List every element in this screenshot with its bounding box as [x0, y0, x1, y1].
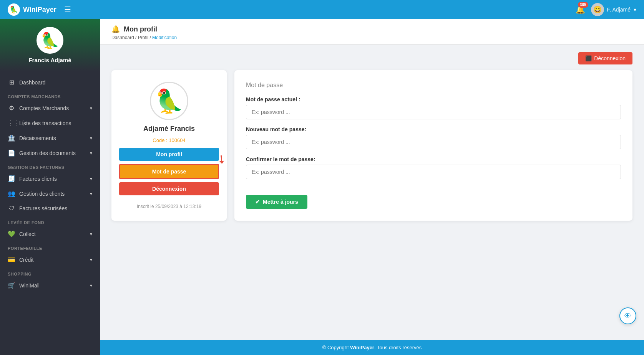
chatbot-icon: 👁 — [624, 312, 632, 320]
sidebar-item-credit[interactable]: 💳 Crédit ▾ — [0, 252, 100, 267]
sidebar-label-clients: Gestion des clients — [19, 191, 65, 197]
sidebar-item-comptes-marchands[interactable]: ⚙ Comptes Marchands ▾ — [0, 101, 100, 116]
confirm-password-group: Confirmer le mot de passe: — [246, 156, 621, 179]
sidebar-item-collect[interactable]: 💚 Collect ▾ — [0, 226, 100, 241]
profile-card-avatar: 🦜 — [150, 82, 188, 120]
notifications-badge: 305 — [578, 2, 588, 8]
collect-icon: 💚 — [8, 230, 15, 238]
arrow-icon: ▾ — [90, 106, 92, 111]
sidebar-item-factures-clients[interactable]: 🧾 Factures clients ▾ — [0, 171, 100, 186]
arrow-icon-4: ▾ — [90, 176, 92, 182]
section-factures: GESTION DES FACTURES — [0, 160, 100, 171]
sidebar-label-factures-sec: Factures sécurisées — [19, 205, 67, 211]
breadcrumb-dashboard[interactable]: Dashboard — [111, 35, 134, 40]
footer-brand: WiniPayer — [350, 345, 374, 350]
footer: © Copyright WiniPayer. Tous droits réser… — [100, 340, 644, 355]
sidebar-item-factures-securisees[interactable]: 🛡 Factures sécurisées — [0, 201, 100, 216]
breadcrumb-sep1: / — [135, 35, 138, 40]
sidebar: 🦜 Francis Adjamé ⊞ Dashboard COMPTES MAR… — [0, 19, 100, 355]
documents-icon: 📄 — [8, 149, 15, 157]
transactions-icon: ⋮⋮⋮ — [8, 119, 15, 127]
sidebar-label-factures: Factures clients — [19, 176, 57, 182]
logout-card-btn[interactable]: Déconnexion — [119, 182, 219, 195]
form-divider — [246, 187, 621, 187]
brand: 🦜 WiniPayer — [8, 3, 56, 16]
arrow-icon-2: ▾ — [90, 135, 92, 141]
breadcrumb-profil[interactable]: Profil — [138, 35, 148, 40]
hamburger-menu[interactable]: ☰ — [64, 5, 71, 14]
user-name: F. Adjamé — [607, 7, 631, 13]
top-navbar: 🦜 WiniPayer ☰ 🔔 305 😄 F. Adjamé ▾ — [0, 0, 644, 19]
main-content: 🔔 Mon profil Dashboard / Profil / Modifi… — [100, 19, 644, 355]
winimall-icon: 🛒 — [8, 282, 15, 289]
decaissements-icon: 🏦 — [8, 134, 15, 142]
current-password-input[interactable] — [246, 105, 621, 119]
sidebar-label-credit: Crédit — [19, 257, 33, 263]
new-password-group: Nouveau mot de passe: — [246, 126, 621, 149]
page-title-text: Mon profil — [124, 25, 157, 33]
bell-icon: 🔔 — [111, 25, 120, 33]
brand-name: WiniPayer — [23, 6, 56, 14]
footer-text: © Copyright — [322, 345, 350, 350]
sidebar-label-collect: Collect — [19, 231, 36, 237]
sidebar-label-documents: Gestion des documents — [19, 150, 76, 156]
sidebar-avatar: 🦜 — [37, 27, 63, 54]
brand-logo: 🦜 — [8, 3, 20, 16]
sidebar-label-decaissements: Décaissements — [19, 135, 56, 141]
deconnexion-top: ⬛ Déconnexion — [111, 52, 632, 64]
sidebar-item-documents[interactable]: 📄 Gestion des documents ▾ — [0, 145, 100, 160]
page-header: 🔔 Mon profil Dashboard / Profil / Modifi… — [100, 19, 644, 45]
clients-icon: 👥 — [8, 190, 15, 197]
section-shopping: SHOPPING — [0, 267, 100, 278]
arrow-icon-7: ▾ — [90, 257, 92, 263]
update-label: Mettre à jours — [263, 199, 298, 205]
sidebar-username: Francis Adjamé — [28, 57, 71, 63]
profile-btn[interactable]: Mon profil — [119, 148, 219, 161]
page-title: 🔔 Mon profil — [111, 25, 632, 33]
user-menu-button[interactable]: 😄 F. Adjamé ▾ — [591, 3, 636, 16]
sidebar-label-transactions: Liste des transactions — [19, 120, 71, 126]
arrow-icon-6: ▾ — [90, 231, 92, 237]
chatbot-button[interactable]: 👁 — [619, 307, 636, 324]
sidebar-item-transactions[interactable]: ⋮⋮⋮ Liste des transactions — [0, 116, 100, 130]
profile-name: Adjamé Francis — [143, 125, 195, 133]
comptes-icon: ⚙ — [8, 104, 15, 112]
user-avatar: 😄 — [591, 3, 604, 16]
footer-suffix: . Tous droits réservés — [374, 345, 422, 350]
arrow-icon-5: ▾ — [90, 191, 92, 196]
sidebar-nav: ⊞ Dashboard COMPTES MARCHANDS ⚙ Comptes … — [0, 71, 100, 355]
dashboard-icon: ⊞ — [8, 79, 15, 86]
profile-card: 🦜 Adjamé Francis Code : 100604 Mon profi… — [111, 70, 227, 221]
sidebar-item-dashboard[interactable]: ⊞ Dashboard — [0, 75, 100, 90]
update-button[interactable]: ✔ Mettre à jours — [246, 195, 307, 209]
password-card: Mot de passe Mot de passe actuel : Nouve… — [234, 70, 632, 221]
deconnexion-top-button[interactable]: ⬛ Déconnexion — [578, 52, 632, 64]
password-btn[interactable]: Mot de passe — [119, 164, 219, 179]
profile-registered: Inscrit le 25/09/2023 à 12:13:19 — [137, 204, 201, 209]
user-dropdown-icon: ▾ — [634, 7, 636, 13]
page-body: ⬛ Déconnexion 🦜 Adjamé Francis Code : 10… — [100, 45, 644, 340]
sidebar-label-winimall: WiniMall — [19, 282, 40, 289]
confirm-password-input[interactable] — [246, 165, 621, 179]
sidebar-item-decaissements[interactable]: 🏦 Décaissements ▾ — [0, 130, 100, 145]
notifications-button[interactable]: 🔔 305 — [576, 5, 585, 14]
breadcrumb-current: Modification — [152, 35, 177, 40]
sidebar-profile: 🦜 Francis Adjamé — [0, 19, 100, 71]
sidebar-item-gestion-clients[interactable]: 👥 Gestion des clients ▾ — [0, 186, 100, 201]
password-section-title: Mot de passe — [246, 82, 621, 89]
factures-icon: 🧾 — [8, 175, 15, 182]
section-levee: LEVÉE DE FOND — [0, 216, 100, 226]
section-comptes-marchands: COMPTES MARCHANDS — [0, 90, 100, 101]
logout-icon: ⬛ — [585, 55, 592, 61]
new-password-label: Nouveau mot de passe: — [246, 126, 621, 132]
deconnexion-label: Déconnexion — [594, 55, 626, 61]
arrow-icon-3: ▾ — [90, 150, 92, 156]
profile-buttons: Mon profil Mot de passe ➘ Déconnexion — [119, 148, 219, 195]
arrow-icon-8: ▾ — [90, 283, 92, 288]
shield-icon: 🛡 — [8, 205, 15, 212]
new-password-input[interactable] — [246, 135, 621, 149]
sidebar-item-winimall[interactable]: 🛒 WiniMall ▾ — [0, 278, 100, 293]
current-password-label: Mot de passe actuel : — [246, 96, 621, 102]
breadcrumb: Dashboard / Profil / Modification — [111, 35, 632, 40]
profile-section: 🦜 Adjamé Francis Code : 100604 Mon profi… — [111, 70, 632, 221]
